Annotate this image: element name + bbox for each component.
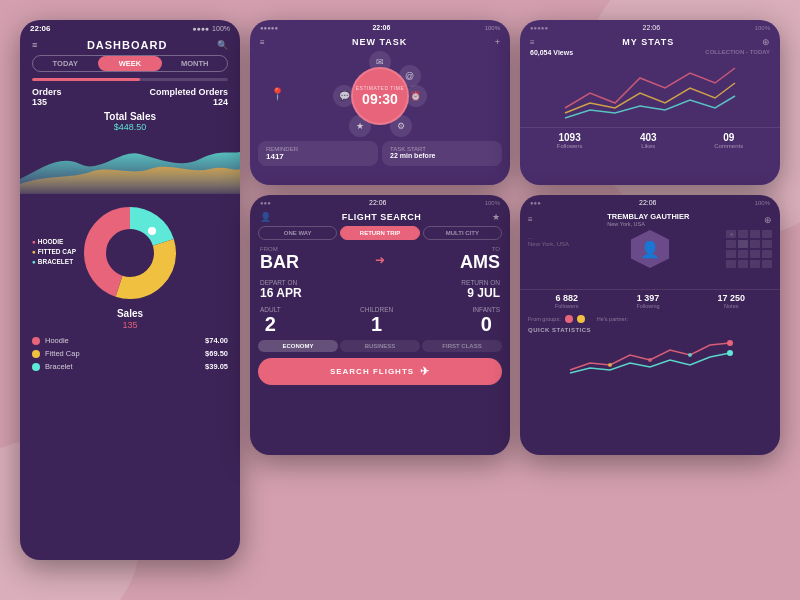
progress-fill	[32, 78, 140, 81]
completed-value: 124	[149, 97, 228, 107]
tab-first-class[interactable]: FIRST CLASS	[422, 340, 502, 352]
comments-label: Comments	[714, 143, 743, 149]
email-cell	[750, 230, 760, 238]
flight-search-phone: ●●● 22:06 100% 👤 FLIGHT SEARCH ★ ONE WAY…	[250, 195, 510, 455]
tab-multi-city[interactable]: MULTI CITY	[423, 226, 502, 240]
svg-point-4	[148, 227, 156, 235]
donut-label-fitted: ● FITTED CAP	[32, 248, 76, 255]
legend: Hoodie $74.00 Fitted Cap $69.50 Bracelet…	[20, 336, 240, 371]
tab-today[interactable]: TODAY	[33, 56, 98, 71]
status-time: 22:06	[30, 24, 50, 33]
depart-label: DEPART ON	[260, 279, 302, 286]
hoodie-dot	[32, 337, 40, 345]
wave-chart-svg	[20, 134, 240, 194]
likes-metric: 403 Likes	[640, 132, 657, 149]
tab-return-trip[interactable]: RETURN TRIP	[340, 226, 419, 240]
to-city: AMS	[460, 252, 500, 273]
profile-settings-icon[interactable]: ⊕	[764, 215, 772, 225]
fitted-cap-dot	[32, 350, 40, 358]
email-cell	[726, 260, 736, 268]
donut-labels: ● HOODIE ● FITTED CAP ● BRACELET	[32, 238, 76, 268]
main-container: 22:06 ●●●● 100% ≡ DASHBOARD 🔍 TODAY WEEK…	[20, 20, 780, 580]
right-column: ●●●●● 22:06 100% ≡ NEW TASK + ✉ @ ⏰ ⚙	[250, 20, 780, 455]
progress-bar-container	[32, 78, 228, 81]
search-icon[interactable]: 🔍	[217, 40, 228, 50]
stats-menu-icon[interactable]: ≡	[530, 38, 535, 47]
adult-count: 2	[260, 313, 281, 336]
profile-name-section: TREMBLAY GAUTHIER New York, USA	[607, 212, 689, 227]
return-section: RETURN ON 9 JUL	[461, 279, 500, 300]
dashboard-tabs: TODAY WEEK MONTH	[32, 55, 228, 72]
profile-avatar: 👤	[631, 230, 669, 268]
reminder-box: REMINDER 1417	[258, 141, 378, 166]
task-menu-icon[interactable]: ≡	[260, 38, 265, 47]
email-grid: ✉	[726, 230, 772, 268]
from-city: BAR	[260, 252, 299, 273]
status-bar: 22:06 ●●●● 100%	[20, 20, 240, 37]
completed-label: Completed Orders	[149, 87, 228, 97]
depart-date: 16 APR	[260, 286, 302, 300]
profile-menu-icon[interactable]: ≡	[528, 215, 533, 224]
flight-title: FLIGHT SEARCH	[342, 212, 422, 222]
task-info-row: REMINDER 1417 TASK START 22 min before	[258, 141, 502, 166]
profile-avatar-area: 👤	[631, 230, 669, 268]
children-section: CHILDREN 1	[360, 306, 393, 336]
stats-plus-icon[interactable]: ⊕	[762, 37, 770, 47]
adult-section: ADULT 2	[260, 306, 281, 336]
adult-label: ADULT	[260, 306, 281, 313]
profile-notes-value: 17 250	[718, 293, 746, 303]
return-date: 9 JUL	[461, 286, 500, 300]
profile-following-value: 1 397	[636, 293, 659, 303]
tab-month[interactable]: MONTH	[162, 56, 227, 71]
battery-indicator: 100%	[212, 25, 230, 32]
group-dot-2	[577, 315, 585, 323]
comments-value: 09	[714, 132, 743, 143]
orders-label: Orders	[32, 87, 62, 97]
children-label: CHILDREN	[360, 306, 393, 313]
donut-label-bracelet: ● BRACELET	[32, 258, 76, 265]
svg-point-5	[727, 340, 733, 346]
tab-week[interactable]: WEEK	[98, 56, 163, 71]
menu-icon[interactable]: ≡	[32, 40, 37, 50]
email-cell	[750, 250, 760, 258]
profile-phone: ●●● 22:06 100% ≡ TREMBLAY GAUTHIER New Y…	[520, 195, 780, 455]
followers-value: 1093	[557, 132, 583, 143]
email-cell	[750, 260, 760, 268]
followers-label: Followers	[557, 143, 583, 149]
stats-header: ≡ MY STATS ⊕	[520, 35, 780, 49]
email-cell	[738, 250, 748, 258]
bracelet-dot	[32, 363, 40, 371]
email-cell	[726, 240, 736, 248]
plane-icon: ✈	[420, 365, 430, 378]
task-add-icon[interactable]: +	[495, 37, 500, 47]
profile-stats: 6 882 Followers 1 397 Following 17 250 N…	[520, 289, 780, 312]
svg-point-7	[608, 363, 612, 367]
flight-star-icon[interactable]: ★	[492, 212, 500, 222]
tab-one-way[interactable]: ONE WAY	[258, 226, 337, 240]
status-right: ●●●● 100%	[192, 25, 230, 32]
email-cell-highlight	[738, 240, 748, 248]
bracelet-label: Bracelet	[45, 362, 73, 371]
donut-chart-svg	[80, 203, 180, 303]
profile-header: ≡ TREMBLAY GAUTHIER New York, USA ⊕	[520, 210, 780, 230]
profile-name: TREMBLAY GAUTHIER	[607, 212, 689, 221]
stats-views: 60,054 Views COLLECTION - TODAY	[520, 49, 780, 56]
orders-value: 135	[32, 97, 62, 107]
legend-bracelet: Bracelet $39.05	[32, 362, 228, 371]
children-count: 1	[360, 313, 393, 336]
bracelet-price: $39.05	[205, 362, 228, 371]
email-cell	[738, 230, 748, 238]
location-icon: 📍	[270, 87, 285, 101]
tab-economy[interactable]: ECONOMY	[258, 340, 338, 352]
orders-item: Orders 135	[32, 87, 62, 107]
email-cell	[762, 240, 772, 248]
p-followers: 6 882 Followers	[555, 293, 579, 309]
flight-header: 👤 FLIGHT SEARCH ★	[250, 210, 510, 226]
tab-business[interactable]: BUSINESS	[340, 340, 420, 352]
page-title: DASHBOARD	[87, 39, 168, 51]
comments-metric: 09 Comments	[714, 132, 743, 149]
search-flights-button[interactable]: SEARCH FLIGHTS ✈	[258, 358, 502, 385]
reminder-value: 1417	[266, 152, 370, 161]
profile-location: New York, USA	[607, 221, 689, 227]
stats-title: MY STATS	[622, 37, 674, 47]
